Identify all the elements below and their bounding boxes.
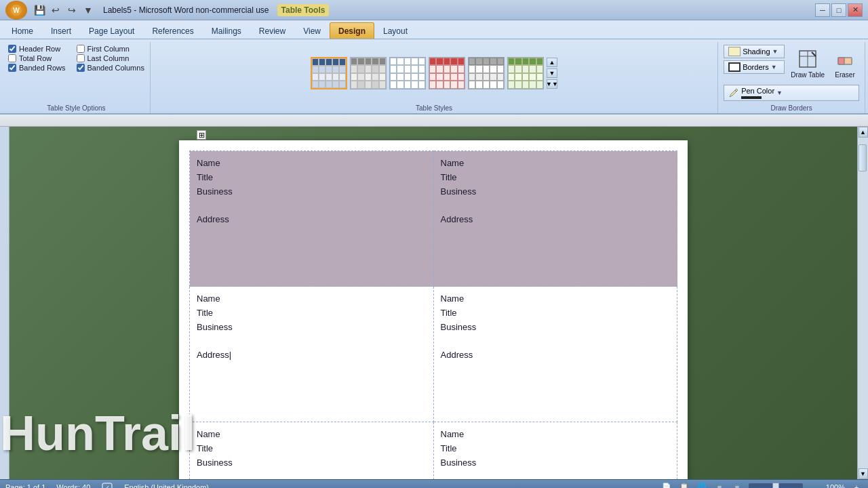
banded-rows-checkbox-label[interactable]: Banded Rows <box>8 64 66 72</box>
banded-columns-checkbox-label[interactable]: Banded Columns <box>77 64 144 72</box>
draw-table-label: Draw Table <box>791 71 825 79</box>
cell-content-r1c1: NameTitleBusinessAddress <box>197 157 427 227</box>
qa-dropdown-btn[interactable]: ▼ <box>81 3 95 17</box>
last-column-checkbox-label[interactable]: Last Column <box>77 54 144 62</box>
banded-columns-checkbox[interactable] <box>77 64 85 72</box>
language-info: English (United Kingdom) <box>124 483 209 489</box>
scroll-thumb[interactable] <box>859 144 867 171</box>
minimize-button[interactable]: ─ <box>815 3 830 17</box>
page-info: Page: 1 of 1 <box>5 483 45 489</box>
view-draft-icon[interactable]: ≡ <box>731 482 743 489</box>
window-title: Labels5 - Microsoft Word non-commercial … <box>103 5 269 15</box>
svg-text:✓: ✓ <box>105 485 110 489</box>
table-styles-content: ▲ ▼ ▼▼ <box>311 45 557 110</box>
view-print-icon[interactable]: 📄 <box>660 482 673 489</box>
table-style-swatch-1[interactable] <box>311 57 347 89</box>
document-area: ⊞ NameTitleBusinessAddress NameTitleBusi… <box>0 115 868 479</box>
maximize-button[interactable]: □ <box>831 3 846 17</box>
table-style-swatch-5[interactable] <box>468 57 505 89</box>
style-scroll-more[interactable]: ▼▼ <box>547 79 557 89</box>
banded-rows-checkbox[interactable] <box>8 64 16 72</box>
title-bar-left: W 💾 ↩ ↪ ▼ Labels5 - Microsoft Word non-c… <box>5 1 329 20</box>
style-scroll-down[interactable]: ▼ <box>547 68 557 78</box>
left-ruler <box>0 127 9 479</box>
document-page: NameTitleBusinessAddress NameTitleBusine… <box>179 140 688 479</box>
borders-dropdown-arrow[interactable]: ▼ <box>771 64 777 70</box>
redo-quick-btn[interactable]: ↪ <box>65 3 79 17</box>
tab-page-layout[interactable]: Page Layout <box>80 22 143 39</box>
scroll-down-button[interactable]: ▼ <box>859 468 868 479</box>
style-scroll-up[interactable]: ▲ <box>547 58 557 67</box>
status-bar: Page: 1 of 1 Words: 40 ✓ English (United… <box>0 479 868 488</box>
last-column-checkbox[interactable] <box>77 54 85 62</box>
status-right: 📄 📋 🌐 ≡ ≡ - 100% + <box>660 482 863 489</box>
cell-content-r2c2: NameTitleBusinessAddress <box>441 292 671 363</box>
total-row-checkbox[interactable] <box>8 54 16 62</box>
total-row-checkbox-label[interactable]: Total Row <box>8 54 66 62</box>
zoom-in-icon[interactable]: + <box>850 482 863 489</box>
cell-content-r3c1: NameTitleBusiness <box>197 428 427 470</box>
office-button[interactable]: W <box>5 1 27 20</box>
pen-icon <box>728 87 739 98</box>
word-count: Words: 40 <box>56 483 90 489</box>
tab-references[interactable]: References <box>143 22 202 39</box>
table-style-swatch-3[interactable] <box>389 57 426 89</box>
table-cell-r3c1[interactable]: NameTitleBusiness <box>190 422 434 480</box>
tab-insert[interactable]: Insert <box>42 22 80 39</box>
title-bar: W 💾 ↩ ↪ ▼ Labels5 - Microsoft Word non-c… <box>0 0 868 20</box>
zoom-out-icon[interactable]: - <box>808 482 821 489</box>
first-column-checkbox[interactable] <box>77 45 85 53</box>
ribbon-tab-bar: Home Insert Page Layout References Maili… <box>0 20 868 39</box>
checkbox-col1: Header Row Total Row Banded Rows <box>8 45 66 72</box>
tab-layout[interactable]: Layout <box>374 22 416 39</box>
table-style-swatch-6[interactable] <box>507 57 544 89</box>
eraser-button[interactable]: Eraser <box>831 45 859 82</box>
scroll-track[interactable] <box>858 138 868 468</box>
scroll-up-button[interactable]: ▲ <box>859 127 868 138</box>
view-outline-icon[interactable]: ≡ <box>713 482 726 489</box>
header-row-checkbox[interactable] <box>8 45 16 53</box>
shading-button[interactable]: Shading ▼ <box>724 45 785 58</box>
proofing-icon[interactable]: ✓ <box>101 482 113 489</box>
borders-button[interactable]: Borders ▼ <box>724 60 785 74</box>
table-style-swatch-4[interactable] <box>429 57 465 89</box>
view-web-icon[interactable]: 🌐 <box>696 482 708 489</box>
view-fullscreen-icon[interactable]: 📋 <box>678 482 690 489</box>
main-content: ⊞ NameTitleBusinessAddress NameTitleBusi… <box>0 127 868 479</box>
table-cell-r1c2[interactable]: NameTitleBusinessAddress <box>433 151 677 287</box>
tab-view[interactable]: View <box>294 22 330 39</box>
pen-color-button[interactable]: Pen Color ▼ <box>724 85 859 101</box>
zoom-slider-thumb[interactable] <box>772 483 779 489</box>
header-row-checkbox-label[interactable]: Header Row <box>8 45 66 53</box>
table-cell-r2c2[interactable]: NameTitleBusinessAddress <box>433 287 677 422</box>
borders-icon <box>728 62 741 72</box>
ribbon-content: Header Row Total Row Banded Rows <box>0 39 868 113</box>
pen-color-dropdown-arrow[interactable]: ▼ <box>776 89 783 96</box>
table-cell-r3c2[interactable]: NameTitleBusiness <box>433 422 677 480</box>
tab-design[interactable]: Design <box>330 22 374 39</box>
table-cell-r1c1[interactable]: NameTitleBusinessAddress <box>190 151 434 287</box>
table-row: NameTitleBusinessAddress| NameTitleBusin… <box>190 287 677 422</box>
draw-borders-label: Draw Borders <box>718 104 865 112</box>
save-quick-btn[interactable]: 💾 <box>33 3 46 17</box>
close-button[interactable]: ✕ <box>848 3 863 17</box>
table-cell-r2c1[interactable]: NameTitleBusinessAddress| <box>190 287 434 422</box>
shading-color-swatch <box>728 47 741 56</box>
style-scroll-arrows[interactable]: ▲ ▼ ▼▼ <box>547 58 557 89</box>
pen-color-swatch <box>741 96 762 99</box>
vertical-scrollbar[interactable]: ▲ ▼ <box>857 127 868 479</box>
shading-dropdown-arrow[interactable]: ▼ <box>772 48 778 55</box>
table-tools-badge: Table Tools <box>277 4 330 16</box>
cell-content-r3c2: NameTitleBusiness <box>441 428 671 470</box>
table-row: NameTitleBusinessAddress NameTitleBusine… <box>190 151 677 287</box>
zoom-slider-track[interactable] <box>749 483 803 489</box>
table-style-swatch-2[interactable] <box>350 57 387 89</box>
tab-home[interactable]: Home <box>3 22 42 39</box>
draw-table-button[interactable]: Draw Table <box>787 45 828 82</box>
tab-mailings[interactable]: Mailings <box>203 22 250 39</box>
undo-quick-btn[interactable]: ↩ <box>49 3 62 17</box>
checkbox-col2: First Column Last Column Banded Columns <box>77 45 144 72</box>
first-column-checkbox-label[interactable]: First Column <box>77 45 144 53</box>
tab-review[interactable]: Review <box>250 22 294 39</box>
table-move-handle[interactable]: ⊞ <box>197 130 206 140</box>
